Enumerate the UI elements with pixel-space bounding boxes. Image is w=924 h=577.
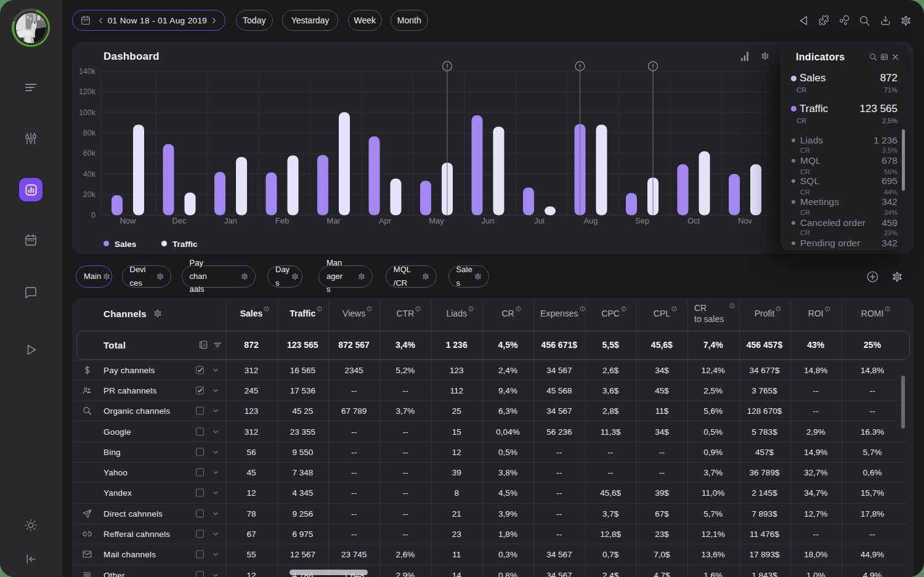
svg-text:Oct: Oct <box>687 216 700 225</box>
svg-text:Apr: Apr <box>379 216 392 225</box>
svg-text:0: 0 <box>91 211 95 220</box>
svg-text:60k: 60k <box>83 149 96 158</box>
svg-text:120k: 120k <box>79 87 96 96</box>
svg-text:Sep: Sep <box>635 216 649 225</box>
svg-text:Dec: Dec <box>172 216 187 225</box>
svg-text:20k: 20k <box>83 190 96 199</box>
svg-text:May: May <box>429 216 444 225</box>
svg-text:Now: Now <box>120 216 136 225</box>
svg-text:Aug: Aug <box>583 216 598 225</box>
svg-text:40k: 40k <box>83 170 96 179</box>
svg-text:80k: 80k <box>83 129 96 137</box>
svg-text:Jul: Jul <box>534 216 545 225</box>
svg-text:Traffic: Traffic <box>172 240 198 249</box>
svg-text:Feb: Feb <box>275 216 289 225</box>
svg-text:Mar: Mar <box>326 216 341 225</box>
svg-text:Jan: Jan <box>224 216 237 225</box>
svg-text:Nov: Nov <box>738 216 753 225</box>
svg-text:140k: 140k <box>79 67 96 76</box>
svg-text:100k: 100k <box>79 108 96 117</box>
svg-text:Jun: Jun <box>482 216 495 225</box>
svg-text:Sales: Sales <box>115 240 136 249</box>
